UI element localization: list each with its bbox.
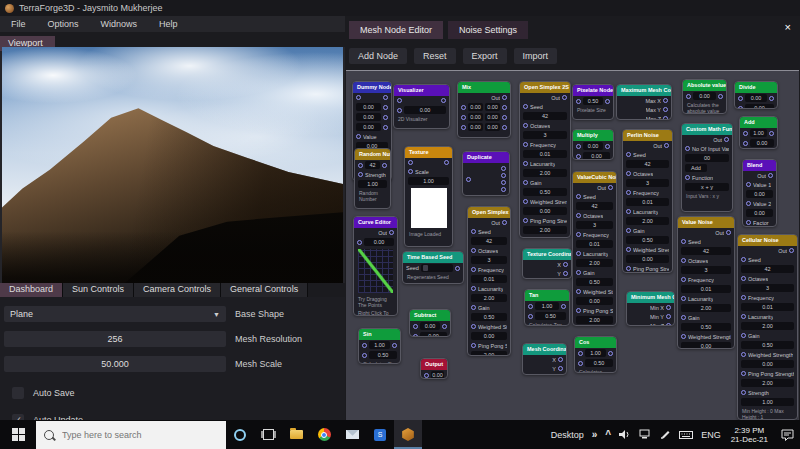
output-pin[interactable] xyxy=(663,116,668,120)
input-pin[interactable] xyxy=(408,169,413,174)
start-button[interactable] xyxy=(0,420,36,449)
node-divide[interactable]: Divide0.000.00 xyxy=(734,81,778,109)
input-pin[interactable] xyxy=(578,351,583,356)
node-random-number[interactable]: Random Number42Strength1.00Random Number xyxy=(354,148,391,209)
input-pin[interactable] xyxy=(471,286,476,291)
value-box[interactable]: 0.00 xyxy=(576,297,613,305)
auto-save-checkbox[interactable] xyxy=(12,387,24,399)
export-button[interactable]: Export xyxy=(463,48,507,64)
input-pin[interactable] xyxy=(576,289,581,294)
value-box[interactable]: 0.01 xyxy=(471,275,507,283)
node-open-simplex-2s-noise[interactable]: Open Simplex 2S NoiseOutSeed42Octaves3Fr… xyxy=(519,81,571,238)
value-box[interactable]: 0.00 xyxy=(471,332,507,340)
node-open-simplex-2-noise[interactable]: Open Simplex 2 NoiseOutSeed42Octaves3Fre… xyxy=(467,206,511,356)
value-box[interactable]: 0.00 xyxy=(745,94,767,102)
output-pin[interactable] xyxy=(608,185,613,190)
node-valuecubic-noise[interactable]: ValueCubic NoiseOutSeed42Octaves3Frequen… xyxy=(572,171,617,326)
output-pin[interactable] xyxy=(724,137,729,142)
input-pin[interactable] xyxy=(576,232,581,237)
tray-expand-icon[interactable]: ^ xyxy=(601,420,615,449)
input-pin[interactable] xyxy=(471,229,476,234)
output-pin[interactable] xyxy=(383,105,388,110)
input-pin[interactable] xyxy=(523,180,528,185)
reset-button[interactable]: Reset xyxy=(414,48,456,64)
node-canvas[interactable]: Dummy Node0.000.000.00Value0.000.000.00V… xyxy=(346,70,799,421)
tab-general-controls[interactable]: General Controls xyxy=(221,283,308,297)
value-box[interactable]: 1.00 xyxy=(369,341,390,349)
output-pin[interactable] xyxy=(608,351,613,356)
input-pin[interactable] xyxy=(471,248,476,253)
node-cos[interactable]: Cos1.000.50Calculates Cos xyxy=(574,336,617,373)
value-box[interactable]: 3 xyxy=(576,221,613,229)
output-pin[interactable] xyxy=(383,95,388,100)
file-explorer-icon[interactable] xyxy=(282,420,310,449)
input-pin[interactable] xyxy=(681,258,686,263)
input-pin[interactable] xyxy=(741,390,746,395)
input-pin[interactable] xyxy=(746,201,751,206)
value-box[interactable]: 0.00 xyxy=(746,190,773,198)
menu-options[interactable]: Options xyxy=(37,19,90,29)
value-box[interactable]: 3 xyxy=(626,179,669,187)
output-pin[interactable] xyxy=(666,323,671,326)
output-pin[interactable] xyxy=(441,98,446,103)
output-pin[interactable] xyxy=(769,96,774,101)
value-box[interactable]: 0.00 xyxy=(745,104,774,109)
input-pin[interactable] xyxy=(362,353,367,358)
value-box[interactable]: 0.00 xyxy=(431,371,444,379)
output-pin[interactable] xyxy=(389,230,394,235)
tab-sun-controls[interactable]: Sun Controls xyxy=(63,283,134,297)
value-box[interactable]: 42 xyxy=(523,112,567,120)
value-box[interactable]: 0.50 xyxy=(576,278,613,286)
toolbar-overflow-icon[interactable]: » xyxy=(588,420,602,449)
input-pin[interactable] xyxy=(626,228,631,233)
node-custom-math-function[interactable]: Custom Math FunctionOutNo Of Input Vars0… xyxy=(681,123,733,212)
output-pin[interactable] xyxy=(392,343,397,348)
input-pin[interactable] xyxy=(523,199,528,204)
value-box[interactable]: 0.00 xyxy=(741,360,794,368)
import-button[interactable]: Import xyxy=(514,48,558,64)
value-box[interactable]: 0.50 xyxy=(523,188,567,196)
tab-noise-settings[interactable]: Noise Settings xyxy=(448,21,528,39)
value-box[interactable]: 0.00 xyxy=(356,123,381,131)
output-pin[interactable] xyxy=(501,180,506,185)
taskbar-search[interactable] xyxy=(36,421,226,449)
value-box[interactable]: 0.00 xyxy=(523,207,567,215)
input-pin[interactable] xyxy=(471,324,476,329)
value-box[interactable]: 0.00 xyxy=(485,103,500,111)
value-box[interactable]: 2.00 xyxy=(741,379,794,387)
input-pin[interactable] xyxy=(746,220,751,225)
value-box[interactable]: 0.01 xyxy=(681,285,731,293)
node-visualizer[interactable]: Visualizer0.002D Visualizer xyxy=(393,84,450,129)
tab-dashboard[interactable]: Dashboard xyxy=(0,283,63,297)
value-box[interactable]: 0.00 xyxy=(746,209,773,217)
input-pin[interactable] xyxy=(681,315,686,320)
search-input[interactable] xyxy=(60,429,214,441)
input-pin[interactable] xyxy=(741,314,746,319)
value-box[interactable]: 3 xyxy=(681,266,731,274)
mesh-resolution-input[interactable]: 256 xyxy=(4,331,226,347)
output-pin[interactable] xyxy=(501,166,506,171)
output-pin[interactable] xyxy=(605,99,610,104)
input-pin[interactable] xyxy=(578,361,583,366)
output-pin[interactable] xyxy=(718,94,723,99)
value-box[interactable]: 0.00 xyxy=(681,342,731,349)
input-pin[interactable] xyxy=(523,218,528,223)
node-texture[interactable]: TextureScale1.00Image Loaded xyxy=(404,146,453,247)
value-box[interactable]: 2.00 xyxy=(576,316,613,324)
value-box[interactable]: 2.00 xyxy=(741,322,794,330)
input-pin[interactable] xyxy=(741,371,746,376)
output-pin[interactable] xyxy=(383,115,388,120)
output-pin[interactable] xyxy=(663,107,668,112)
input-pin[interactable] xyxy=(685,146,690,151)
output-pin[interactable] xyxy=(502,105,507,110)
value-box[interactable]: 1.00 xyxy=(535,302,559,310)
value-box[interactable]: 2.00 xyxy=(523,169,567,177)
value-box[interactable]: 0.00 xyxy=(750,139,774,147)
windows-ink-icon[interactable] xyxy=(656,420,675,449)
node-blend[interactable]: BlendOutValue 10.00Value 20.00Factor0.00 xyxy=(742,159,777,227)
input-pin[interactable] xyxy=(523,161,528,166)
value-box[interactable]: 0.00 xyxy=(693,92,716,100)
output-pin[interactable] xyxy=(769,131,774,136)
value-box[interactable]: 42 xyxy=(626,160,669,168)
output-pin[interactable] xyxy=(605,144,610,149)
